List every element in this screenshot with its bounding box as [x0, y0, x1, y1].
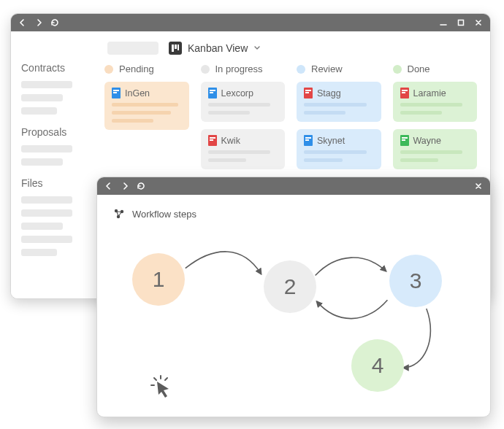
card-title: Laramie — [413, 88, 446, 98]
column-header: Review — [297, 63, 381, 74]
view-selector[interactable]: Kanban View — [169, 42, 261, 55]
document-icon — [208, 88, 217, 98]
column-done: Done Laramie Wayne — [393, 63, 478, 169]
document-icon — [304, 88, 313, 98]
nav-back-icon[interactable] — [18, 18, 27, 27]
card-kwik[interactable]: Kwik — [201, 129, 286, 169]
kanban-icon — [169, 42, 182, 55]
status-dot — [297, 65, 305, 74]
main-titlebar — [11, 14, 490, 31]
status-dot — [104, 65, 113, 74]
sidebar-item[interactable] — [21, 249, 57, 256]
window-close-icon[interactable] — [474, 182, 483, 190]
column-header: In progress — [201, 63, 286, 74]
card-lexcorp[interactable]: Lexcorp — [201, 82, 286, 122]
svg-line-8 — [154, 378, 156, 380]
svg-rect-4 — [177, 45, 179, 50]
workflow-modal: Workflow steps 1 2 3 — [96, 177, 491, 417]
workflow-title: Workflow steps — [132, 209, 196, 220]
document-icon — [304, 135, 313, 146]
sidebar-item[interactable] — [21, 209, 72, 217]
column-header: Done — [393, 63, 478, 74]
sidebar-item[interactable] — [21, 81, 72, 88]
workflow-step-4[interactable]: 4 — [351, 339, 404, 392]
card-ingen[interactable]: InGen — [104, 82, 189, 130]
document-icon — [208, 135, 217, 146]
card-title: Kwik — [221, 136, 240, 146]
svg-line-10 — [165, 378, 167, 380]
view-label: Kanban View — [188, 42, 248, 54]
card-laramie[interactable]: Laramie — [393, 82, 478, 122]
status-dot — [201, 65, 210, 74]
modal-titlebar — [97, 177, 490, 195]
svg-rect-1 — [459, 20, 464, 26]
nav-refresh-icon[interactable] — [137, 182, 145, 190]
document-icon — [112, 88, 121, 98]
nav-back-icon[interactable] — [104, 182, 113, 190]
document-icon — [400, 135, 409, 146]
column-title: Pending — [119, 63, 154, 74]
sidebar-item[interactable] — [21, 158, 63, 166]
nav-forward-icon[interactable] — [121, 182, 129, 190]
sidebar-item[interactable] — [21, 107, 57, 115]
sidebar-item[interactable] — [21, 223, 63, 230]
card-skynet[interactable]: Skynet — [297, 129, 381, 169]
window-maximize-icon[interactable] — [457, 18, 465, 27]
sidebar-item[interactable] — [21, 94, 63, 101]
card-title: Wayne — [413, 136, 441, 146]
card-stagg[interactable]: Stagg — [297, 82, 381, 122]
cursor-click-icon — [148, 373, 177, 405]
chevron-down-icon — [253, 45, 261, 53]
workflow-icon — [113, 208, 125, 220]
card-wayne[interactable]: Wayne — [393, 129, 478, 169]
column-pending: Pending InGen — [104, 63, 189, 169]
workflow-step-1[interactable]: 1 — [132, 253, 185, 306]
column-title: Review — [311, 63, 343, 74]
column-review: Review Stagg Skynet — [297, 63, 381, 169]
sidebar-item[interactable] — [21, 145, 72, 152]
nav-forward-icon[interactable] — [34, 18, 43, 27]
card-title: InGen — [125, 88, 150, 98]
column-title: Done — [408, 63, 430, 74]
kanban-board: Pending InGen — [104, 63, 477, 169]
sidebar: Contracts Proposals Files — [11, 31, 91, 298]
svg-rect-3 — [175, 45, 177, 49]
card-title: Lexcorp — [221, 88, 253, 98]
status-dot — [393, 65, 402, 74]
column-title: In progress — [215, 63, 263, 74]
column-in-progress: In progress Lexcorp Kwik — [201, 63, 286, 169]
workflow-step-2[interactable]: 2 — [264, 260, 316, 313]
window-close-icon[interactable] — [474, 18, 483, 27]
sidebar-item[interactable] — [21, 196, 72, 204]
workflow-canvas: 1 2 3 4 — [113, 223, 474, 398]
workflow-step-3[interactable]: 3 — [389, 255, 442, 307]
workflow-header: Workflow steps — [113, 208, 474, 220]
sidebar-item[interactable] — [21, 236, 72, 243]
sidebar-section-contracts[interactable]: Contracts — [21, 62, 81, 74]
sidebar-section-proposals[interactable]: Proposals — [21, 126, 81, 138]
card-title: Skynet — [317, 136, 345, 146]
column-header: Pending — [104, 63, 189, 74]
card-title: Stagg — [317, 88, 341, 98]
svg-rect-2 — [172, 45, 174, 52]
sidebar-section-files[interactable]: Files — [21, 177, 81, 189]
view-placeholder-pill — [107, 42, 159, 55]
nav-refresh-icon[interactable] — [50, 18, 59, 27]
window-minimize-icon[interactable] — [439, 18, 448, 27]
document-icon — [400, 88, 409, 98]
